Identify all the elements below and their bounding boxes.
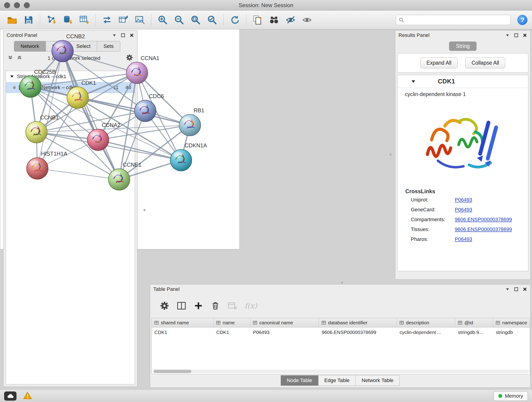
gene-symbol: CDK1 (438, 78, 455, 85)
network-node-CDC6[interactable] (134, 100, 156, 122)
cloud-services-button[interactable] (4, 391, 17, 401)
crosslink-uniprot-link[interactable]: P06493 (455, 197, 472, 203)
table-tabs: Node TableEdge TableNetwork Table (150, 375, 530, 386)
scrollbar-thumb[interactable] (153, 370, 191, 373)
panel-menu-icon[interactable] (505, 33, 510, 38)
crosslink-compartments-link[interactable]: 9606.ENSP00000378699 (455, 217, 512, 223)
gene-entry-header[interactable]: CDK1 (398, 75, 528, 88)
panel-splitter-handle[interactable] (389, 153, 392, 156)
warning-icon (23, 391, 32, 400)
column-type-icon (496, 321, 500, 325)
results-panel: Results Panel String Expand All Collapse… (395, 30, 531, 280)
expand-all-button[interactable]: Expand All (420, 57, 458, 68)
edge-CCNB2-CCNE1[interactable] (63, 51, 119, 179)
column-header-shared-name[interactable]: shared name (152, 318, 214, 327)
search-input[interactable] (396, 15, 510, 25)
warnings-button[interactable] (23, 391, 32, 401)
binoculars-icon (268, 14, 279, 26)
crosslink-row: Tissues:9606.ENSP00000378699 (411, 226, 528, 232)
cloud-icon (6, 393, 14, 399)
crosslinks-title: CrossLinks (405, 188, 528, 195)
node-label-CCNA2: CCNA2 (102, 122, 120, 128)
table-cell: stringdb (493, 327, 530, 337)
results-panel-title: Results Panel (399, 32, 430, 38)
table-cell: CDK1 (214, 327, 250, 337)
network-node-CDKN1A[interactable] (170, 149, 192, 171)
memory-label: Memory (505, 393, 523, 399)
crosslink-pharos-link[interactable]: P06493 (455, 236, 472, 242)
help-button[interactable]: ? (517, 15, 527, 25)
tab-node-table[interactable]: Node Table (281, 375, 318, 386)
add-column-icon[interactable] (194, 301, 203, 311)
column-header-@id[interactable]: @id (455, 318, 493, 327)
copy-button[interactable] (250, 12, 265, 27)
table-cell: 9606.ENSP00000378699 (319, 327, 397, 337)
horizontal-scrollbar[interactable] (153, 370, 529, 373)
float-panel-icon[interactable] (514, 33, 519, 38)
edge-CCNB2-CCNA1[interactable] (63, 51, 137, 73)
caret-down-icon (411, 79, 416, 84)
panel-menu-icon[interactable] (505, 287, 510, 292)
node-label-CDC6: CDC6 (149, 93, 164, 99)
delete-table-icon-disabled (228, 301, 237, 311)
column-header-namespace[interactable]: namespace (493, 318, 530, 327)
eye-icon (302, 14, 312, 26)
float-panel-icon[interactable] (514, 287, 519, 292)
vertical-splitter-handle[interactable] (143, 209, 146, 211)
table-cell: cyclin-dependent ... (397, 327, 455, 337)
table-row[interactable]: CDK1CDK1P064939606.ENSP00000378699cyclin… (152, 327, 530, 337)
protein-structure-image (398, 102, 528, 182)
crosslink-tissues-link[interactable]: 9606.ENSP00000378699 (455, 226, 512, 232)
column-type-icon (322, 321, 326, 325)
node-label-CDK1: CDK1 (81, 80, 96, 86)
table-panel-header: Table Panel (150, 284, 530, 294)
tab-network-table[interactable]: Network Table (355, 375, 399, 386)
network-view-panel: CCNB2CCNA1CDC25BCDK1CDC6RB1CCNB1CCNA2CDK… (0, 0, 240, 249)
table-cell: CDK1 (152, 327, 214, 337)
column-header-description[interactable]: description (397, 318, 455, 327)
network-node-CCNB1[interactable] (26, 121, 47, 143)
results-actions-card: Expand All Collapse All (397, 53, 528, 73)
hide-unselected-button[interactable] (283, 12, 298, 27)
tab-string[interactable]: String (449, 41, 476, 51)
network-node-CCNE1[interactable] (108, 169, 130, 190)
node-table: shared namenamecanonical namedatabase id… (152, 318, 530, 374)
table-panel-title: Table Panel (153, 286, 180, 292)
table-settings-gear-icon[interactable] (160, 301, 169, 311)
network-node-CDC25B[interactable] (20, 76, 41, 97)
node-label-CDC25B: CDC25B (34, 69, 56, 75)
column-type-icon (399, 321, 404, 325)
toolbar-search (396, 15, 510, 25)
horizontal-splitter-handle[interactable] (341, 281, 343, 283)
show-columns-icon[interactable] (177, 301, 186, 311)
edge-HIST1H1A-CCNE1[interactable] (37, 168, 119, 179)
column-type-icon (458, 321, 462, 325)
network-node-CCNA1[interactable] (126, 62, 148, 84)
table-toolbar: f(x) (150, 294, 530, 314)
column-header-canonical-name[interactable]: canonical name (250, 318, 319, 327)
network-node-RB1[interactable] (179, 114, 201, 136)
network-node-HIST1H1A[interactable] (27, 158, 48, 179)
table-panel: Table Panel (150, 284, 531, 388)
crosslink-genecard-link[interactable]: P06493 (455, 207, 472, 213)
network-node-CDK1[interactable] (67, 87, 89, 108)
node-label-HIST1H1A: HIST1H1A (41, 151, 67, 157)
column-header-database-identifier[interactable]: database identifier (319, 318, 397, 327)
memory-button[interactable]: Memory (494, 391, 528, 401)
find-button[interactable] (266, 12, 282, 27)
crosslink-row: GeneCard:P06493 (411, 207, 528, 213)
show-graphics-details-button[interactable] (299, 12, 315, 27)
node-label-CCNB2: CCNB2 (66, 33, 85, 39)
network-canvas[interactable]: CCNB2CCNA1CDC25BCDK1CDC6RB1CCNB1CCNA2CDK… (0, 0, 239, 236)
network-node-CCNB2[interactable] (52, 40, 73, 62)
close-panel-icon[interactable] (523, 33, 527, 38)
close-panel-icon[interactable] (523, 287, 527, 292)
tab-edge-table[interactable]: Edge Table (318, 375, 356, 386)
delete-column-icon[interactable] (210, 301, 220, 311)
table-cell: P06493 (250, 327, 319, 337)
collapse-all-button[interactable]: Collapse All (465, 57, 505, 68)
network-node-CCNA2[interactable] (87, 129, 109, 151)
gene-entry-card: CDK1 cyclin-dependent kinase 1 (397, 75, 528, 271)
column-header-name[interactable]: name (214, 318, 250, 327)
crosslink-row: Uniprot:P06493 (411, 197, 528, 203)
